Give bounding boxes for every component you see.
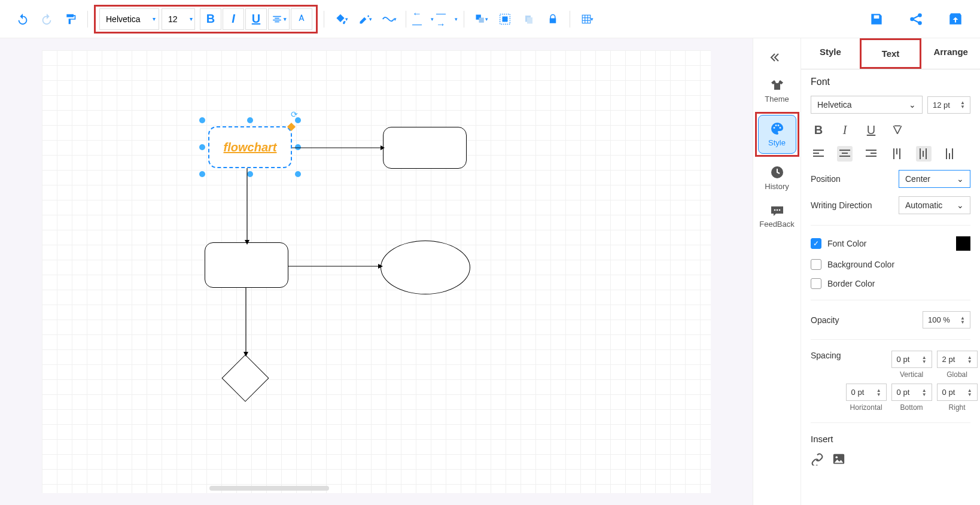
arrow-connector[interactable] xyxy=(242,288,249,357)
underline-button[interactable]: U xyxy=(245,8,267,30)
sidebar-item-history[interactable]: History xyxy=(758,159,796,197)
sidebar-item-theme[interactable]: Theme xyxy=(758,72,796,109)
arrow-connector[interactable] xyxy=(244,168,251,245)
align-left-button[interactable] xyxy=(811,146,826,162)
flowchart-shape-2[interactable] xyxy=(383,127,467,169)
insert-image-button[interactable] xyxy=(832,452,845,466)
save-button[interactable] xyxy=(864,8,889,30)
writing-direction-select[interactable]: Automatic ⌄ xyxy=(899,196,970,214)
svg-point-50 xyxy=(836,456,838,458)
font-color-row: ✓ Font Color xyxy=(811,236,970,251)
svg-rect-31 xyxy=(813,150,824,151)
spacing-bottom-input[interactable]: 0 pt▲▼ xyxy=(891,384,932,401)
panel-font-size-value: 12 pt xyxy=(933,101,950,109)
valign-top-button[interactable] xyxy=(890,146,905,162)
arrow-connector[interactable] xyxy=(292,145,385,151)
stroke-button[interactable]: ▾ xyxy=(354,8,376,30)
resize-handle[interactable] xyxy=(199,171,205,177)
horizontal-scrollbar[interactable] xyxy=(209,486,329,491)
resize-handle[interactable] xyxy=(199,144,205,150)
opacity-input[interactable]: 100 % ▲▼ xyxy=(923,311,970,328)
spinner-icon[interactable]: ▲▼ xyxy=(967,355,972,364)
align-button[interactable]: ▾ xyxy=(268,8,290,30)
tab-style[interactable]: Style xyxy=(801,38,860,69)
lock-button[interactable] xyxy=(542,8,564,30)
spacing-global-input[interactable]: 2 pt▲▼ xyxy=(937,351,978,368)
caret-icon: ▾ xyxy=(369,16,372,22)
tab-text[interactable]: Text xyxy=(860,38,922,69)
resize-handle[interactable] xyxy=(199,117,205,123)
resize-handle[interactable] xyxy=(295,117,301,123)
flowchart-ellipse[interactable] xyxy=(381,241,470,294)
panel-font-family-select[interactable]: Helvetica ⌄ xyxy=(811,96,923,114)
border-color-row: Border Color xyxy=(811,278,970,289)
copy-button[interactable] xyxy=(518,8,540,30)
position-select[interactable]: Center ⌄ xyxy=(899,170,970,188)
font-color-checkbox[interactable]: ✓ xyxy=(811,238,821,249)
sidebar-item-feedback[interactable]: FeedBack xyxy=(758,199,796,235)
font-size-value: 12 xyxy=(168,14,178,24)
border-color-checkbox[interactable] xyxy=(811,278,821,289)
valign-middle-button[interactable] xyxy=(916,146,932,162)
flowchart-shape-1[interactable]: flowchart xyxy=(208,126,292,168)
font-family-select[interactable]: Helvetica ▾ xyxy=(99,8,159,30)
fill-button[interactable]: ▾ xyxy=(330,8,352,30)
spacing-horizontal-input[interactable]: 0 pt▲▼ xyxy=(846,384,887,401)
font-color-swatch[interactable] xyxy=(956,236,970,251)
font-size-select[interactable]: 12 ▾ xyxy=(162,8,195,30)
align-center-button[interactable] xyxy=(837,146,853,162)
arrange-button[interactable]: ▾ xyxy=(470,8,492,30)
spinner-icon[interactable]: ▲▼ xyxy=(922,388,927,397)
sidebar-item-label: History xyxy=(765,182,789,191)
resize-handle[interactable] xyxy=(295,171,301,177)
bold-toggle[interactable]: B xyxy=(811,122,826,138)
tab-arrange[interactable]: Arrange xyxy=(921,38,980,69)
spacing-vertical-input[interactable]: 0 pt▲▼ xyxy=(891,351,932,368)
bold-button[interactable]: B xyxy=(200,8,221,30)
underline-toggle[interactable]: U xyxy=(863,122,879,138)
share-button[interactable] xyxy=(903,8,929,30)
spinner-icon[interactable]: ▲▼ xyxy=(960,101,965,109)
italic-button[interactable]: I xyxy=(223,8,244,30)
spinner-icon[interactable]: ▲▼ xyxy=(876,388,881,397)
svg-rect-43 xyxy=(920,148,921,159)
upload-button[interactable] xyxy=(943,8,968,30)
spacing-horizontal-value: 0 pt xyxy=(851,388,865,397)
connector-button[interactable]: ▾ xyxy=(378,8,400,30)
panel-font-size-input[interactable]: 12 pt ▲▼ xyxy=(927,96,970,114)
flowchart-shape-3[interactable] xyxy=(205,242,288,288)
select-all-button[interactable] xyxy=(494,8,516,30)
collapse-panel-icon[interactable] xyxy=(753,45,801,69)
separator xyxy=(464,11,464,28)
separator xyxy=(406,11,406,28)
arrow-start-button[interactable]: ←—▾ xyxy=(412,8,434,30)
format-painter-button[interactable] xyxy=(60,8,81,30)
arrow-end-button[interactable]: —→▾ xyxy=(436,8,458,30)
svg-line-28 xyxy=(893,126,897,133)
strikethrough-toggle[interactable] xyxy=(890,122,905,138)
italic-toggle[interactable]: I xyxy=(837,122,853,138)
spacing-right-input[interactable]: 0 pt▲▼ xyxy=(937,384,978,401)
background-color-checkbox[interactable] xyxy=(811,259,821,270)
spinner-icon[interactable]: ▲▼ xyxy=(960,316,965,324)
insert-link-button[interactable] xyxy=(811,452,824,466)
align-right-button[interactable] xyxy=(863,146,879,162)
spinner-icon[interactable]: ▲▼ xyxy=(967,388,972,397)
arrow-connector[interactable] xyxy=(288,263,383,269)
grid-button[interactable]: ▾ xyxy=(576,8,598,30)
valign-bottom-button[interactable] xyxy=(942,146,958,162)
sidebar-item-style[interactable]: Style xyxy=(758,115,796,154)
resize-handle[interactable] xyxy=(247,117,253,123)
svg-rect-40 xyxy=(893,148,894,159)
canvas[interactable]: ⟳ flowchart xyxy=(42,50,711,493)
svg-rect-41 xyxy=(896,148,897,154)
divider xyxy=(811,422,970,423)
flowchart-diamond[interactable] xyxy=(221,354,269,401)
undo-button[interactable] xyxy=(12,8,34,30)
svg-rect-5 xyxy=(527,17,532,24)
spinner-icon[interactable]: ▲▼ xyxy=(922,355,927,364)
sidebar-item-label: Theme xyxy=(765,95,789,104)
redo-button[interactable] xyxy=(36,8,57,30)
text-color-button[interactable] xyxy=(291,8,312,30)
side-tool-strip: Theme Style History FeedBack xyxy=(753,38,801,505)
